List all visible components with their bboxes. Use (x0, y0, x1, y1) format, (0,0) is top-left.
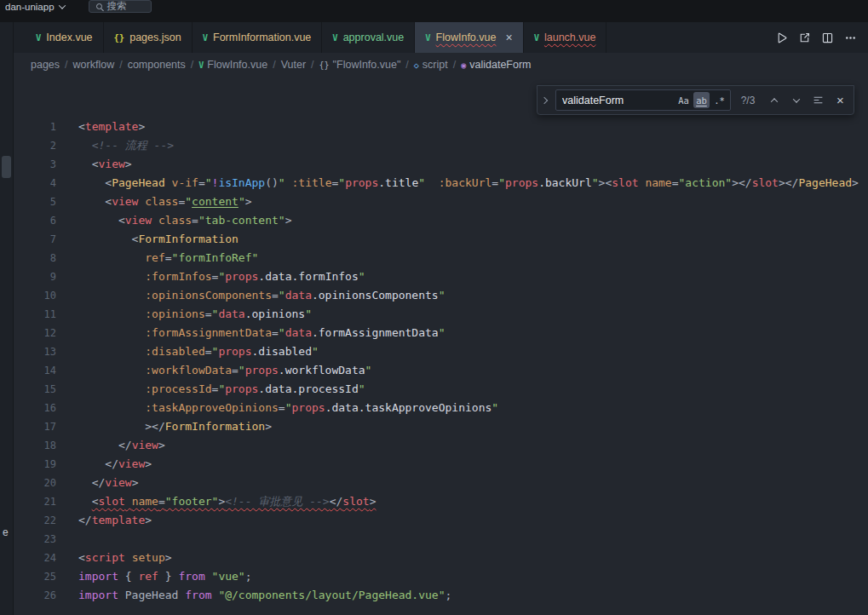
more-actions-button[interactable] (841, 28, 859, 47)
activity-bar-indicator[interactable] (2, 156, 11, 178)
code-line[interactable]: 1<template> (14, 118, 868, 136)
code-line[interactable]: 9 :formInfos="props.data.formInfos" (14, 267, 868, 286)
tab-label: Index.vue (46, 32, 92, 43)
breadcrumb-item-validateForm[interactable]: ◉validateForm (461, 59, 531, 71)
breadcrumb-item-pages[interactable]: pages (31, 59, 60, 71)
regex-toggle[interactable]: .* (711, 92, 727, 108)
code-text: ></FormInformation> (56, 417, 272, 436)
code-text (56, 530, 78, 549)
close-tab-icon[interactable]: × (505, 32, 512, 43)
breadcrumb-label: components (128, 59, 186, 71)
code-text: :formAssignmentData="data.formAssignment… (56, 324, 445, 342)
toggle-replace-button[interactable] (537, 86, 551, 114)
split-editor-button[interactable] (818, 28, 836, 47)
tab-label: approval.vue (343, 32, 405, 43)
code-line[interactable]: 11 :opinions="data.opinions" (14, 305, 868, 324)
symbol-string-icon: {} (319, 60, 330, 70)
open-changes-icon (798, 32, 811, 44)
line-number: 17 (14, 417, 56, 436)
code-line[interactable]: 23 (14, 530, 868, 549)
code-text: :opinions="data.opinions" (56, 305, 312, 324)
code-line[interactable]: 2 <!-- 流程 --> (14, 136, 868, 155)
breadcrumb-separator: / (405, 59, 408, 71)
tab-label: FlowInfo.vue (436, 32, 497, 43)
editor[interactable]: Aaab.* ?/3 × (14, 77, 868, 615)
project-selector[interactable]: dan-uniapp (5, 0, 65, 13)
tab-pages.json[interactable]: {}pages.json (104, 22, 193, 53)
code-line[interactable]: 10 :opinionsComponents="data.opinionsCom… (14, 286, 868, 305)
breadcrumb-label: script (423, 59, 448, 71)
vue-file-icon: V (534, 32, 539, 43)
find-in-selection-button[interactable] (809, 91, 827, 109)
breadcrumb-item-Vuter[interactable]: Vuter (281, 59, 306, 71)
code-line[interactable]: 4 <PageHead v-if="!isInApp()" :title="pr… (14, 174, 868, 193)
code-line[interactable]: 13 :disabled="props.disabled" (14, 342, 868, 361)
code-line[interactable]: 7 <FormInformation (14, 230, 868, 249)
code-line[interactable]: 21 <slot name="footer"><!-- 审批意见 --></sl… (14, 492, 868, 511)
code-line[interactable]: 24<script setup> (14, 549, 868, 567)
code-line[interactable]: 25import { ref } from "vue"; (14, 567, 868, 586)
tab-approval.vue[interactable]: Vapproval.vue (322, 22, 415, 53)
tab-launch.vue[interactable]: Vlaunch.vue (524, 22, 607, 53)
breadcrumb-separator: / (119, 59, 122, 71)
chevron-right-icon (541, 96, 548, 103)
code-line[interactable]: 6 <view class="tab-content"> (14, 211, 868, 230)
code-line[interactable]: 8 ref="formInfoRef" (14, 249, 868, 267)
code-line[interactable]: 20 </view> (14, 474, 868, 492)
breadcrumb-item-FlowInfo.vue[interactable]: {}"FlowInfo.vue" (319, 59, 401, 71)
code-line[interactable]: 18 </view> (14, 436, 868, 455)
code-line[interactable]: 12 :formAssignmentData="data.formAssignm… (14, 324, 868, 342)
previous-match-button[interactable] (765, 91, 783, 109)
code-line[interactable]: 17 ></FormInformation> (14, 417, 868, 436)
line-number: 10 (14, 286, 56, 305)
chevron-up-icon (770, 98, 777, 105)
code-text: :workflowData="props.workflowData" (56, 361, 371, 380)
split-editor-icon (821, 32, 834, 44)
titlebar-search-box[interactable]: 搜索 (89, 0, 152, 13)
line-number: 2 (14, 136, 56, 155)
breadcrumb-item-script[interactable]: ◇script (414, 59, 448, 71)
tab-Index.vue[interactable]: VIndex.vue (26, 22, 104, 53)
code-text: <template> (56, 118, 145, 136)
code-line[interactable]: 22</template> (14, 511, 868, 530)
tab-bar: VIndex.vue{}pages.jsonVFormInformation.v… (14, 22, 868, 53)
breadcrumb-item-FlowInfo.vue[interactable]: VFlowInfo.vue (198, 59, 267, 71)
code-line[interactable]: 15 :processId="props.data.processId" (14, 380, 868, 399)
whole-word-toggle[interactable]: ab (693, 92, 710, 108)
tab-FormInformation.vue[interactable]: VFormInformation.vue (193, 22, 323, 53)
line-number: 14 (14, 361, 56, 380)
code-text: </view> (56, 455, 152, 474)
code-area[interactable]: 1<template>2 <!-- 流程 -->3 <view>4 <PageH… (14, 77, 868, 605)
activity-bar: e (0, 22, 14, 615)
code-text: <!-- 流程 --> (56, 136, 174, 155)
search-label: 搜索 (107, 0, 127, 13)
code-line[interactable]: 5 <view class="content"> (14, 193, 868, 211)
run-button[interactable] (772, 28, 790, 47)
next-match-button[interactable] (787, 91, 805, 109)
code-text: </template> (56, 511, 152, 530)
tab-FlowInfo.vue[interactable]: VFlowInfo.vue× (415, 22, 523, 53)
code-line[interactable]: 19 </view> (14, 455, 868, 474)
breadcrumb-item-workflow[interactable]: workflow (73, 59, 115, 71)
open-changes-button[interactable] (795, 28, 813, 47)
line-number: 21 (14, 492, 56, 511)
code-text: <view class="tab-content"> (56, 211, 291, 230)
tab-label: launch.vue (544, 32, 595, 43)
breadcrumb-item-components[interactable]: components (128, 59, 186, 71)
line-number: 9 (14, 267, 56, 286)
line-number: 12 (14, 324, 56, 342)
code-line[interactable]: 14 :workflowData="props.workflowData" (14, 361, 868, 380)
line-number: 3 (14, 155, 56, 174)
code-text: import PageHead from "@/components/layou… (56, 586, 451, 605)
breadcrumb-label: FlowInfo.vue (207, 59, 267, 71)
breadcrumb-label: workflow (73, 59, 115, 71)
match-case-toggle[interactable]: Aa (675, 92, 692, 108)
line-number: 8 (14, 249, 56, 267)
breadcrumb-separator: / (311, 59, 313, 71)
code-text: <view class="content"> (56, 193, 252, 211)
code-line[interactable]: 26import PageHead from "@/components/lay… (14, 586, 868, 605)
code-line[interactable]: 16 :taskApproveOpinions="props.data.task… (14, 399, 868, 417)
line-number: 6 (14, 211, 56, 230)
close-find-button[interactable]: × (831, 91, 849, 109)
code-line[interactable]: 3 <view> (14, 155, 868, 174)
